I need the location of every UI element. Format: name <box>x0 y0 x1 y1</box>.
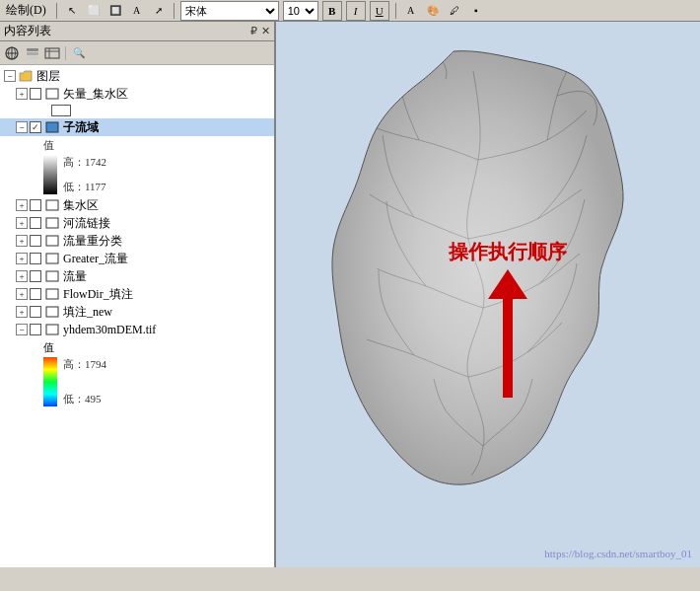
watershed-checkbox[interactable] <box>30 199 41 211</box>
river-icon <box>44 216 60 230</box>
river-label: 河流链接 <box>63 215 110 232</box>
italic-btn[interactable]: I <box>346 1 366 21</box>
flow-label: 流量 <box>63 268 87 285</box>
layer-vector-watershed[interactable]: + 矢量_集水区 <box>0 85 274 103</box>
layer-subbasin[interactable]: − 子流域 <box>0 118 274 136</box>
svg-rect-4 <box>27 48 38 51</box>
greaterflow-label: Greater_流量 <box>63 251 128 267</box>
layer-dem[interactable]: − yhdem30mDEM.tif <box>0 321 274 338</box>
tree-root[interactable]: − 图层 <box>0 67 274 85</box>
arrow-tool[interactable]: ➚ <box>150 2 168 20</box>
svg-rect-19 <box>46 325 58 334</box>
layer-fill-new[interactable]: + 填注_new <box>0 303 274 321</box>
flowdir-checkbox[interactable] <box>30 288 41 300</box>
vector-expand[interactable]: + <box>16 88 28 100</box>
svg-rect-16 <box>46 271 58 281</box>
watershed-expand[interactable]: + <box>16 199 28 211</box>
subbasin-legend-text: 值 <box>43 138 54 153</box>
vector-checkbox[interactable] <box>30 88 41 100</box>
subbasin-low-label: 低：1177 <box>63 180 106 194</box>
panel-separator <box>65 46 66 60</box>
zoom-btn[interactable]: 🔍 <box>70 44 88 62</box>
fillnew-label: 填注_new <box>63 304 112 321</box>
arrow-label: 操作执行顺序 <box>449 239 567 265</box>
svg-rect-6 <box>27 56 38 59</box>
flow-expand[interactable]: + <box>16 270 28 282</box>
dem-gradient-row: 高：1794 低：495 <box>0 357 274 406</box>
subbasin-legend-row: 值 <box>0 138 274 153</box>
cursor-tool[interactable]: ↖ <box>63 2 81 20</box>
panel-title: 内容列表 <box>4 23 51 39</box>
layer-flowdir[interactable]: + FlowDir_填注 <box>0 285 274 303</box>
separator-2 <box>174 3 175 19</box>
dem-gradient-bar <box>43 357 57 406</box>
river-expand[interactable]: + <box>16 217 28 229</box>
dem-icon <box>44 323 60 336</box>
dem-high-label: 高：1794 <box>63 357 106 372</box>
font-select[interactable]: 宋体 <box>180 1 279 21</box>
layer-watershed[interactable]: + 集水区 <box>0 196 274 214</box>
dem-checkbox[interactable] <box>30 324 41 335</box>
subbasin-high-label: 高：1742 <box>63 155 106 170</box>
layer-flow-class[interactable]: + 流量重分类 <box>0 232 274 250</box>
flow-checkbox[interactable] <box>30 270 41 282</box>
identify-tool[interactable]: 🔲 <box>106 2 124 20</box>
flow-icon <box>44 269 60 283</box>
root-expand[interactable]: − <box>4 70 16 82</box>
vector-legend-box <box>51 105 71 116</box>
svg-rect-17 <box>46 289 58 299</box>
highlight-btn[interactable]: 🎨 <box>424 2 442 20</box>
flowclass-expand[interactable]: + <box>16 235 28 247</box>
arrow-container: 操作执行顺序 <box>449 239 567 398</box>
subbasin-value-label: 值 <box>43 138 54 153</box>
svg-rect-11 <box>46 122 58 132</box>
properties-btn[interactable] <box>43 44 61 62</box>
separator-1 <box>56 3 57 19</box>
dem-expand[interactable]: − <box>16 324 28 335</box>
bold-btn[interactable]: B <box>322 1 342 21</box>
line-color-btn[interactable]: 🖊 <box>446 2 463 20</box>
tree-content[interactable]: − 图层 + 矢量_集水区 <box>0 65 274 567</box>
layer-btn[interactable] <box>24 44 41 62</box>
subbasin-checkbox[interactable] <box>30 121 41 133</box>
svg-rect-10 <box>46 89 58 99</box>
river-checkbox[interactable] <box>30 217 41 229</box>
greaterflow-expand[interactable]: + <box>16 253 28 264</box>
layer-river-link[interactable]: + 河流链接 <box>0 214 274 232</box>
flowclass-checkbox[interactable] <box>30 235 41 247</box>
left-panel: 内容列表 ₽ ✕ <box>0 22 276 567</box>
watershed-icon <box>44 198 60 212</box>
subbasin-expand[interactable]: − <box>16 121 28 133</box>
fillnew-icon <box>44 305 60 319</box>
underline-btn[interactable]: U <box>370 1 389 21</box>
flowdir-label: FlowDir_填注 <box>63 286 133 303</box>
flowclass-label: 流量重分类 <box>63 233 122 250</box>
fillnew-checkbox[interactable] <box>30 306 41 318</box>
svg-rect-13 <box>46 218 58 228</box>
layer-greater-flow[interactable]: + Greater_流量 <box>0 250 274 267</box>
flowdir-expand[interactable]: + <box>16 288 28 300</box>
svg-rect-14 <box>46 236 58 246</box>
fillnew-expand[interactable]: + <box>16 306 28 318</box>
arrow-shaft <box>503 299 513 398</box>
greaterflow-checkbox[interactable] <box>30 253 41 264</box>
font-size-select[interactable]: 10 <box>283 1 318 21</box>
add-data-btn[interactable] <box>4 44 22 62</box>
close-btn[interactable]: ✕ <box>261 25 270 37</box>
text-tool[interactable]: A <box>128 2 146 20</box>
svg-rect-15 <box>46 254 58 263</box>
subbasin-label: 子流域 <box>63 119 99 136</box>
subbasin-gradient-row: 高：1742 低：1177 <box>0 155 274 194</box>
dem-legend-value-row: 值 <box>0 340 274 355</box>
root-label: 图层 <box>36 68 60 85</box>
vector-label: 矢量_集水区 <box>63 86 128 103</box>
more-btn[interactable]: ▪ <box>467 2 485 20</box>
draw-menu[interactable]: 绘制(D) <box>2 1 50 20</box>
flowclass-icon <box>44 234 60 248</box>
pin-btn[interactable]: ₽ <box>250 25 257 37</box>
font-color-btn[interactable]: A <box>402 2 420 20</box>
map-area: 操作执行顺序 https://blog.csdn.net/smartboy_01 <box>276 22 700 567</box>
layer-flow[interactable]: + 流量 <box>0 267 274 285</box>
svg-rect-5 <box>27 52 38 55</box>
select-tool[interactable]: ⬜ <box>85 2 103 20</box>
